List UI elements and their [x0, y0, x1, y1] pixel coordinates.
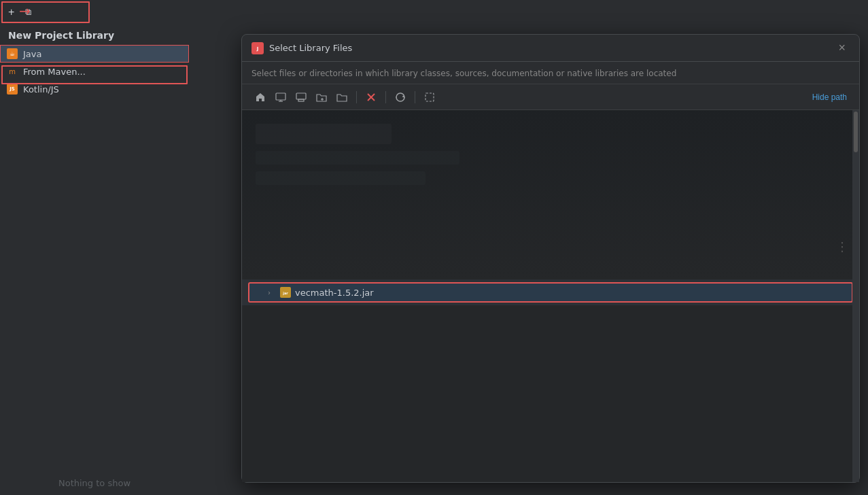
delete-icon[interactable] [362, 90, 380, 105]
svg-rect-2 [276, 93, 285, 100]
context-dots: ⋮ [836, 239, 850, 254]
right-scrollbar[interactable] [852, 110, 859, 482]
java-icon: ☕ [7, 48, 18, 59]
maven-icon: m [7, 66, 18, 77]
dialog-close-button[interactable]: × [834, 39, 850, 56]
toolbar-separator [356, 91, 357, 103]
library-item-label: From Maven... [23, 67, 86, 77]
library-item-label: Java [23, 49, 41, 59]
scrollbar-thumb [854, 112, 858, 152]
dialog-titlebar: J Select Library Files × [242, 35, 859, 62]
svg-rect-6 [298, 99, 304, 101]
hide-path-button[interactable]: Hide path [810, 91, 850, 103]
svg-rect-5 [296, 93, 306, 99]
panel-title: New Project Library [0, 24, 189, 45]
kotlin-icon: JS [7, 84, 18, 95]
svg-text:J: J [256, 46, 259, 52]
library-item-maven[interactable]: m From Maven... [0, 63, 189, 80]
add-button[interactable]: + [5, 5, 17, 20]
refresh-icon[interactable] [392, 90, 409, 105]
folder-new-icon[interactable] [313, 90, 330, 105]
empty-state: Nothing to show [0, 471, 189, 495]
left-toolbar: + ⧉ ← [0, 0, 189, 24]
tree-chevron-icon: › [268, 289, 276, 296]
library-item-kotlin[interactable]: JS Kotlin/JS [0, 80, 189, 98]
library-item-label: Kotlin/JS [23, 84, 59, 95]
copy-button[interactable]: ⧉ [22, 5, 34, 19]
library-list: ☕ Java m From Maven... JS Kotlin/JS [0, 45, 189, 417]
toolbar-separator3 [415, 91, 415, 103]
monitor-icon[interactable] [292, 90, 310, 105]
svg-text:jar: jar [282, 291, 288, 296]
home-icon[interactable] [251, 90, 269, 105]
svg-rect-11 [426, 93, 434, 101]
toolbar-separator2 [385, 91, 386, 103]
file-name: vecmath-1.5.2.jar [295, 288, 374, 298]
file-toolbar-buttons [251, 90, 438, 105]
selection-icon[interactable] [421, 90, 438, 105]
dialog-title-group: J Select Library Files [251, 42, 352, 54]
folder-icon[interactable] [333, 90, 351, 105]
dialog-title: Select Library Files [269, 43, 352, 53]
dialog-app-icon: J [251, 42, 264, 54]
dialog-subtitle: Select files or directories in which lib… [242, 62, 859, 84]
left-panel: + ⧉ ← New Project Library ☕ Java m From … [0, 0, 189, 495]
selected-file-item[interactable]: › jar vecmath-1.5.2.jar [249, 283, 852, 302]
library-item-java[interactable]: ☕ Java [0, 45, 189, 63]
file-toolbar: Hide path [242, 84, 859, 110]
select-library-dialog: J Select Library Files × Select files or… [241, 34, 860, 483]
jar-file-icon: jar [280, 287, 291, 298]
desktop-icon[interactable] [272, 90, 290, 105]
file-browser-area: › jar vecmath-1.5.2.jar ⋮ [242, 110, 859, 482]
